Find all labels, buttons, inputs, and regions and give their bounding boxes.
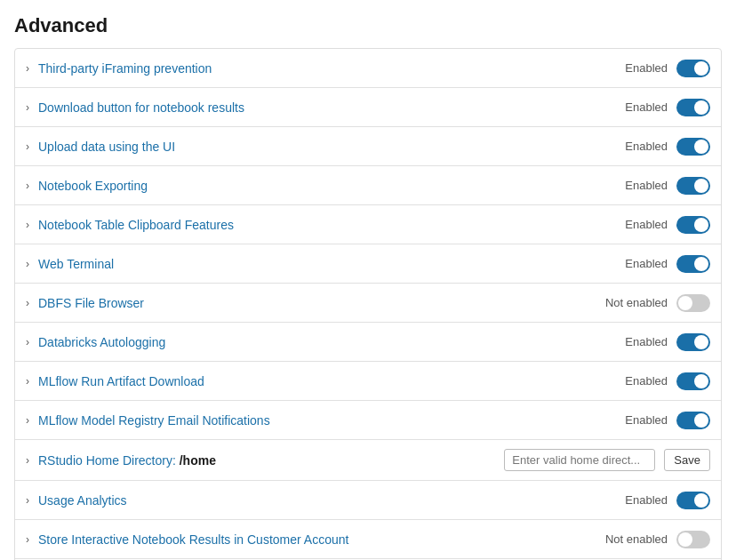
setting-label[interactable]: Usage Analytics — [38, 493, 625, 508]
toggle-slider — [676, 294, 710, 312]
setting-label[interactable]: Download button for notebook results — [38, 100, 625, 115]
toggle-slider — [676, 216, 710, 234]
chevron-right-icon[interactable]: › — [26, 258, 29, 270]
chevron-right-icon[interactable]: › — [26, 494, 29, 507]
status-text: Enabled — [625, 100, 668, 114]
toggle-knob — [694, 335, 708, 349]
table-row: ›Download button for notebook resultsEna… — [15, 88, 721, 127]
status-text: Enabled — [625, 413, 668, 427]
toggle-slider — [676, 99, 710, 116]
setting-label[interactable]: Web Terminal — [38, 257, 625, 271]
toggle-slider — [676, 138, 710, 156]
toggle-slider — [676, 255, 710, 273]
setting-right: Enabled — [625, 412, 710, 429]
setting-label[interactable]: MLflow Model Registry Email Notification… — [38, 413, 625, 428]
toggle-knob — [678, 532, 692, 547]
table-row: ›RStudio Home Directory: /homeSave — [15, 440, 721, 481]
setting-right: Enabled — [625, 177, 710, 195]
setting-right: Enabled — [625, 255, 710, 273]
setting-right: Enabled — [625, 216, 710, 234]
save-button[interactable]: Save — [664, 449, 710, 471]
status-text: Enabled — [625, 61, 668, 75]
table-row: ›Store Interactive Notebook Results in C… — [15, 520, 721, 559]
toggle-slider — [676, 492, 710, 509]
chevron-right-icon[interactable]: › — [26, 219, 29, 231]
table-row: ›MLflow Model Registry Email Notificatio… — [15, 401, 721, 440]
status-text: Enabled — [625, 218, 668, 231]
status-text: Not enabled — [605, 296, 668, 309]
table-row: ›Notebook Table Clipboard FeaturesEnable… — [15, 205, 721, 244]
status-text: Enabled — [625, 140, 668, 153]
table-row: ›Databricks AutologgingEnabled — [15, 323, 721, 362]
toggle-switch[interactable] — [676, 216, 710, 234]
chevron-right-icon[interactable]: › — [26, 62, 29, 75]
status-text: Enabled — [625, 335, 668, 348]
toggle-knob — [694, 374, 708, 388]
table-row: ›Web TerminalEnabled — [15, 244, 721, 284]
toggle-knob — [694, 61, 708, 76]
chevron-right-icon[interactable]: › — [26, 375, 29, 388]
setting-right: Save — [504, 449, 710, 471]
rstudio-home-input[interactable] — [504, 449, 655, 471]
setting-right: Enabled — [625, 333, 710, 351]
toggle-switch[interactable] — [676, 60, 710, 77]
status-text: Enabled — [625, 179, 668, 192]
toggle-knob — [694, 493, 708, 508]
chevron-right-icon[interactable]: › — [26, 336, 29, 348]
setting-label[interactable]: Third-party iFraming prevention — [38, 61, 625, 76]
setting-label[interactable]: Notebook Exporting — [38, 179, 625, 193]
toggle-switch[interactable] — [676, 333, 710, 351]
toggle-slider — [676, 333, 710, 351]
chevron-right-icon[interactable]: › — [26, 140, 29, 153]
chevron-right-icon[interactable]: › — [26, 533, 29, 546]
toggle-switch[interactable] — [676, 492, 710, 509]
toggle-knob — [694, 179, 708, 193]
setting-right: Enabled — [625, 492, 710, 509]
status-text: Enabled — [625, 257, 668, 270]
toggle-switch[interactable] — [676, 255, 710, 273]
toggle-knob — [694, 140, 708, 154]
toggle-switch[interactable] — [676, 138, 710, 156]
setting-label[interactable]: DBFS File Browser — [38, 296, 605, 310]
toggle-switch[interactable] — [676, 531, 710, 548]
setting-label[interactable]: Databricks Autologging — [38, 335, 625, 349]
setting-right: Not enabled — [605, 294, 710, 312]
setting-right: Not enabled — [605, 531, 710, 548]
table-row: ›Third-party iFraming preventionEnabled — [15, 49, 721, 88]
toggle-switch[interactable] — [676, 99, 710, 116]
toggle-slider — [676, 531, 710, 548]
setting-label[interactable]: Store Interactive Notebook Results in Cu… — [38, 532, 605, 547]
toggle-switch[interactable] — [676, 372, 710, 390]
chevron-right-icon[interactable]: › — [26, 297, 29, 309]
toggle-knob — [678, 296, 692, 310]
status-text: Enabled — [625, 374, 668, 388]
status-text: Not enabled — [605, 532, 668, 546]
setting-label[interactable]: MLflow Run Artifact Download — [38, 374, 625, 388]
setting-right: Enabled — [625, 99, 710, 116]
toggle-slider — [676, 60, 710, 77]
table-row: ›DBFS File BrowserNot enabled — [15, 284, 721, 323]
setting-right: Enabled — [625, 372, 710, 390]
chevron-right-icon[interactable]: › — [26, 101, 29, 114]
toggle-knob — [694, 413, 708, 428]
toggle-switch[interactable] — [676, 412, 710, 429]
setting-right: Enabled — [625, 138, 710, 156]
toggle-knob — [694, 257, 708, 271]
table-row: ›MLflow Run Artifact DownloadEnabled — [15, 362, 721, 401]
setting-label[interactable]: Notebook Table Clipboard Features — [38, 218, 625, 232]
page-title: Advanced — [14, 14, 722, 37]
table-row: ›Upload data using the UIEnabled — [15, 127, 721, 166]
toggle-slider — [676, 177, 710, 195]
toggle-switch[interactable] — [676, 294, 710, 312]
toggle-switch[interactable] — [676, 177, 710, 195]
chevron-right-icon[interactable]: › — [26, 454, 29, 467]
chevron-right-icon[interactable]: › — [26, 180, 29, 192]
table-row: ›Usage AnalyticsEnabled — [15, 481, 721, 520]
chevron-right-icon[interactable]: › — [26, 414, 29, 427]
toggle-knob — [694, 218, 708, 232]
setting-label[interactable]: Upload data using the UI — [38, 140, 625, 154]
table-row: ›Notebook ExportingEnabled — [15, 166, 721, 205]
toggle-knob — [694, 100, 708, 115]
status-text: Enabled — [625, 493, 668, 507]
setting-label[interactable]: RStudio Home Directory: /home — [38, 453, 504, 468]
